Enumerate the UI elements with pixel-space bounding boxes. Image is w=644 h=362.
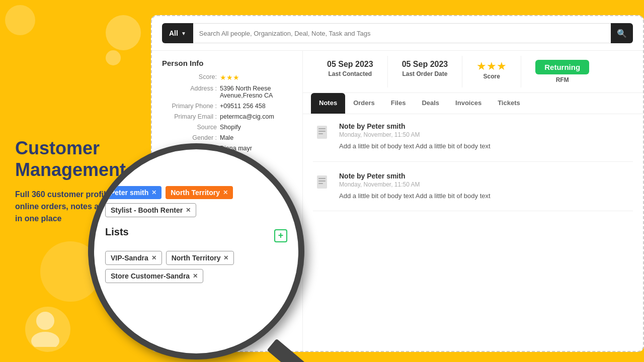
svg-rect-2 <box>317 126 327 139</box>
note-author-1: Note by Peter smith <box>339 122 491 130</box>
list-vip-sandra: VIP-Sandra ✕ <box>105 251 162 265</box>
deco-circle-1 <box>5 5 35 35</box>
note-date-1: Monday, November, 11:50 AM <box>339 131 491 138</box>
last-contacted-block: 05 Sep 2023 Last Contacted <box>313 56 388 87</box>
score-stars: ★★★ <box>220 73 239 81</box>
list-north-territory-label: North Territory <box>172 254 221 262</box>
source-label: Source <box>162 124 220 131</box>
tab-tickets[interactable]: Tickets <box>490 93 528 114</box>
phone-row: Primary Phone : +09511 256 458 <box>162 103 292 110</box>
list-vip-sandra-remove[interactable]: ✕ <box>151 254 156 261</box>
deco-circle-5 <box>25 307 70 352</box>
note-body-2: Add a little bit of body text Add a litt… <box>339 191 491 201</box>
stats-row: 05 Sep 2023 Last Contacted 05 Sep 2023 L… <box>303 51 643 93</box>
deco-circle-2 <box>106 15 141 50</box>
gender-row: Gender : Male <box>162 134 292 141</box>
svg-rect-6 <box>317 175 327 189</box>
note-content-1: Note by Peter smith Monday, November, 11… <box>339 122 491 151</box>
email-value: petermca@cig.com <box>220 113 274 120</box>
list-store-customer: Store Customer-Sandra ✕ <box>105 269 203 283</box>
svg-point-0 <box>36 312 54 330</box>
last-order-label: Last Order Date <box>402 70 447 77</box>
tab-invoices[interactable]: Invoices <box>447 93 490 114</box>
tags-section-header: Tags + <box>105 161 287 180</box>
search-input-wrap <box>193 23 611 43</box>
lists-title: Lists <box>105 226 129 238</box>
svg-rect-3 <box>318 128 326 129</box>
lists-section-header: Lists + <box>105 226 287 245</box>
source-row: Source Shopify <box>162 124 292 131</box>
tag-stylist-remove[interactable]: ✕ <box>186 207 191 214</box>
gender-label: Gender : <box>162 134 220 141</box>
svg-rect-8 <box>318 180 326 182</box>
search-button[interactable]: 🔍 <box>611 23 633 43</box>
rfm-sub-label: RFM <box>556 76 569 83</box>
address-label: Address : <box>162 85 220 99</box>
list-vip-sandra-label: VIP-Sandra <box>111 254 148 262</box>
list-store-customer-label: Store Customer-Sandra <box>111 272 190 280</box>
tab-notes[interactable]: Notes <box>311 93 345 114</box>
tab-deals[interactable]: Deals <box>414 93 447 114</box>
rfm-badge: Returning <box>535 60 589 74</box>
score-row: Score: ★★★ <box>162 73 292 81</box>
magnifier-overlay: Tags + Peter smith ✕ North Territory ✕ S… <box>88 143 304 359</box>
tags-container: Peter smith ✕ North Territory ✕ Stylist … <box>105 186 287 217</box>
note-card-1: Note by Peter smith Monday, November, 11… <box>313 122 633 162</box>
last-contacted-label: Last Contacted <box>328 70 372 77</box>
chevron-down-icon: ▼ <box>181 31 186 36</box>
svg-point-1 <box>31 332 59 347</box>
dropdown-label: All <box>169 29 178 37</box>
note-icon-2 <box>313 172 333 192</box>
score-label: Score: <box>162 73 220 81</box>
email-row: Primary Email : petermca@cig.com <box>162 113 292 120</box>
note-icon-1 <box>313 122 333 142</box>
tag-north-territory-remove[interactable]: ✕ <box>223 189 228 196</box>
address-value: 5396 North ReeseAvenue,Fresno CA <box>220 85 273 99</box>
last-order-block: 05 Sep 2023 Last Order Date <box>388 56 463 87</box>
search-dropdown[interactable]: All ▼ <box>162 23 193 43</box>
magnifier-content: Tags + Peter smith ✕ North Territory ✕ S… <box>94 149 298 353</box>
phone-label: Primary Phone : <box>162 103 220 110</box>
email-label: Primary Email : <box>162 113 220 120</box>
tag-stylist: Stylist - Booth Renter ✕ <box>105 203 196 217</box>
svg-rect-5 <box>318 133 323 134</box>
tag-peter-smith: Peter smith ✕ <box>105 186 162 199</box>
rfm-block: Returning RFM <box>521 56 603 87</box>
list-north-territory: North Territory ✕ <box>166 251 234 265</box>
deco-circle-3 <box>106 50 121 65</box>
score-stat-label: Score <box>484 73 500 80</box>
phone-value: +09511 256 458 <box>220 103 266 110</box>
list-north-territory-remove[interactable]: ✕ <box>223 254 228 261</box>
search-bar: All ▼ 🔍 <box>152 16 643 51</box>
tab-orders[interactable]: Orders <box>345 93 383 114</box>
last-order-date: 05 Sep 2023 <box>402 60 448 69</box>
address-row: Address : 5396 North ReeseAvenue,Fresno … <box>162 85 292 99</box>
search-icon: 🔍 <box>617 29 627 38</box>
gender-value: Male <box>220 134 233 141</box>
app-title: CustomerManagement <box>15 137 136 180</box>
list-store-customer-remove[interactable]: ✕ <box>193 273 198 280</box>
svg-rect-9 <box>318 183 323 184</box>
note-content-2: Note by Peter smith Monday, November, 11… <box>339 172 491 201</box>
tag-stylist-label: Stylist - Booth Renter <box>111 206 183 214</box>
tab-files[interactable]: Files <box>383 93 414 114</box>
lists-container: VIP-Sandra ✕ North Territory ✕ Store Cus… <box>105 251 287 283</box>
note-body-1: Add a little bit of body text Add a litt… <box>339 141 491 151</box>
search-input[interactable] <box>193 30 611 37</box>
svg-rect-4 <box>318 131 326 132</box>
tag-peter-smith-remove[interactable]: ✕ <box>151 189 156 196</box>
main-column: 05 Sep 2023 Last Contacted 05 Sep 2023 L… <box>303 51 643 351</box>
note-card-2: Note by Peter smith Monday, November, 11… <box>313 172 633 212</box>
source-value: Shopify <box>220 124 241 131</box>
note-author-2: Note by Peter smith <box>339 172 491 180</box>
tag-north-territory: North Territory ✕ <box>166 186 233 199</box>
add-list-button[interactable]: + <box>274 229 287 242</box>
person-info-title: Person Info <box>162 59 292 67</box>
tag-north-territory-label: North Territory <box>171 189 220 197</box>
last-contacted-date: 05 Sep 2023 <box>327 60 373 69</box>
score-block: ★★★ Score <box>462 56 521 87</box>
note-date-2: Monday, November, 11:50 AM <box>339 181 491 188</box>
notes-area: Note by Peter smith Monday, November, 11… <box>303 114 643 351</box>
score-stars-icon: ★★★ <box>476 60 507 73</box>
svg-rect-7 <box>318 178 326 179</box>
